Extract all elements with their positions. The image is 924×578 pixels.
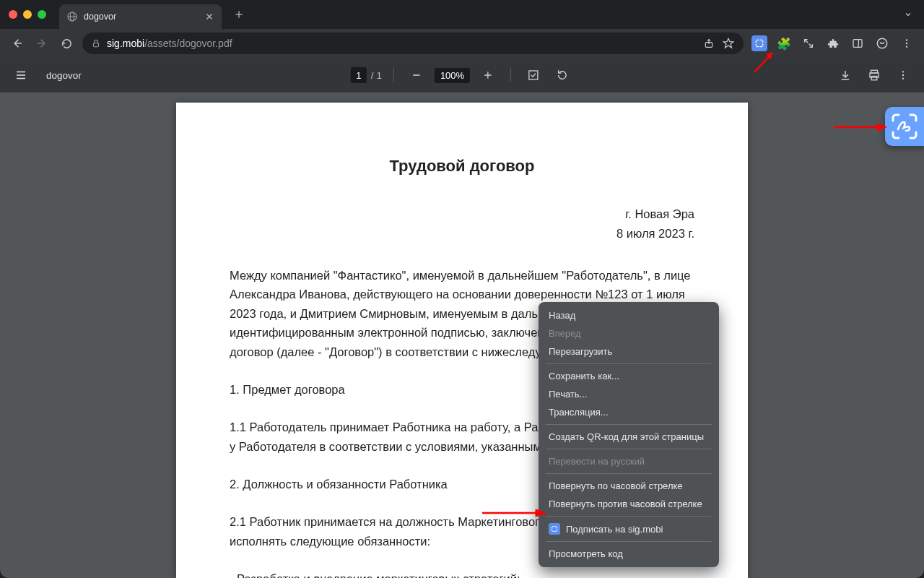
svg-point-18 [906, 39, 907, 40]
pdf-toolbar: dogovor 1 / 1 100% [0, 58, 924, 92]
plus-icon [234, 9, 244, 20]
ctx-cast[interactable]: Трансляция... [539, 403, 719, 421]
rotate-button[interactable] [552, 64, 573, 86]
ctx-rotate-cw[interactable]: Повернуть по часовой стрелке [539, 477, 719, 495]
chevron-down-icon[interactable] [904, 10, 912, 19]
arrow-left-icon [11, 37, 24, 50]
page-total: / 1 [371, 70, 382, 81]
svg-rect-9 [94, 43, 99, 46]
divider [546, 449, 712, 449]
pdf-filename: dogovor [46, 70, 82, 81]
svg-marker-12 [723, 38, 733, 48]
zoom-level[interactable]: 100% [435, 68, 470, 83]
sig-logo-icon [890, 112, 919, 141]
forward-button[interactable] [30, 32, 53, 55]
ctx-sign-sigmobi[interactable]: Подписать на sig.mobi [539, 519, 719, 538]
zoom-in-button[interactable] [477, 64, 499, 86]
bookmark-star-icon[interactable] [722, 37, 735, 50]
puzzle-icon [827, 38, 839, 49]
divider [546, 541, 712, 542]
rotate-icon [556, 69, 569, 82]
svg-rect-27 [529, 71, 538, 79]
ctx-sign-label: Подписать на sig.mobi [566, 524, 663, 535]
extensions-puzzle-icon[interactable] [821, 32, 845, 55]
reload-icon [61, 38, 73, 50]
ctx-reload[interactable]: Перезагрузить [539, 342, 719, 361]
tab-title: dogovor [84, 12, 199, 22]
svg-point-33 [902, 71, 904, 72]
ctx-inspect[interactable]: Просмотреть код [539, 545, 719, 563]
divider [546, 363, 712, 364]
plus-icon [482, 69, 494, 81]
ctx-translate: Перевести на русский [539, 452, 719, 470]
svg-point-20 [906, 46, 907, 47]
panel-icon [852, 38, 863, 49]
ctx-qr[interactable]: Создать QR-код для этой страницы [539, 428, 719, 446]
share-icon[interactable] [703, 38, 715, 49]
annotation-arrow-3 [482, 507, 547, 519]
globe-icon [66, 11, 78, 22]
expand-icon [803, 38, 814, 49]
close-window-button[interactable] [9, 10, 17, 19]
divider [546, 516, 712, 517]
page-counter: 1 / 1 [351, 67, 382, 83]
fit-page-button[interactable] [523, 64, 544, 86]
divider [546, 473, 712, 474]
svg-line-13 [805, 40, 808, 43]
svg-rect-15 [853, 40, 862, 48]
doc-paragraph: - Разработка и внедрение маркетинговых с… [230, 569, 694, 578]
maximize-window-button[interactable] [38, 10, 46, 19]
browser-menu-button[interactable] [895, 32, 918, 55]
pdf-viewport[interactable]: Трудовой договор г. Новая Эра 8 июля 202… [0, 92, 924, 578]
kebab-icon [897, 69, 909, 81]
divider [510, 68, 511, 82]
print-button[interactable] [863, 64, 885, 86]
side-panel-icon[interactable] [846, 32, 869, 55]
ctx-print[interactable]: Печать... [539, 385, 719, 403]
pdf-menu-button[interactable] [10, 64, 32, 86]
sig-mini-icon [549, 523, 560, 535]
arrow-right-icon [35, 37, 48, 50]
doc-city: г. Новая Эра [230, 204, 694, 223]
ctx-back[interactable]: Назад [539, 306, 719, 324]
zoom-out-button[interactable] [406, 64, 427, 86]
download-icon [839, 69, 852, 82]
minimize-window-button[interactable] [23, 10, 32, 19]
url-text: sig.mobi/assets/dogovor.pdf [107, 38, 232, 49]
svg-rect-32 [871, 77, 877, 80]
ctx-forward: Вперед [539, 324, 719, 342]
doc-meta: г. Новая Эра 8 июля 2023 г. [230, 204, 694, 243]
browser-tab[interactable]: dogovor [59, 4, 222, 29]
ctx-save-as[interactable]: Сохранить как... [539, 367, 719, 385]
page-current-input[interactable]: 1 [351, 67, 367, 83]
doc-title: Трудовой договор [230, 153, 694, 178]
hamburger-icon [14, 69, 27, 82]
fullscreen-icon[interactable] [797, 32, 820, 55]
minus-icon [411, 69, 422, 81]
svg-point-19 [906, 43, 907, 44]
divider [393, 68, 394, 82]
profile-avatar-icon[interactable] [871, 32, 894, 55]
doc-date: 8 июля 2023 г. [230, 224, 694, 243]
kebab-icon [901, 38, 912, 49]
annotation-arrow-2 [834, 121, 888, 133]
download-button[interactable] [834, 64, 856, 86]
new-tab-button[interactable] [229, 4, 249, 25]
context-menu: Назад Вперед Перезагрузить Сохранить как… [539, 302, 719, 567]
avatar-icon [876, 37, 889, 50]
address-bar[interactable]: sig.mobi/assets/dogovor.pdf [82, 33, 744, 54]
fit-icon [527, 69, 540, 82]
browser-toolbar: sig.mobi/assets/dogovor.pdf 🧩 [0, 29, 924, 58]
window-controls [9, 10, 46, 19]
sig-floating-button[interactable] [885, 107, 924, 146]
ctx-rotate-ccw[interactable]: Повернуть против часовой стрелке [539, 495, 719, 513]
svg-point-35 [902, 77, 904, 79]
close-tab-icon[interactable] [204, 12, 214, 22]
window-titlebar: dogovor [0, 0, 924, 29]
reload-button[interactable] [55, 32, 78, 55]
annotation-arrow-1 [751, 47, 780, 76]
back-button[interactable] [6, 32, 29, 55]
divider [546, 424, 712, 425]
svg-point-34 [902, 74, 904, 76]
pdf-more-button[interactable] [892, 64, 914, 86]
